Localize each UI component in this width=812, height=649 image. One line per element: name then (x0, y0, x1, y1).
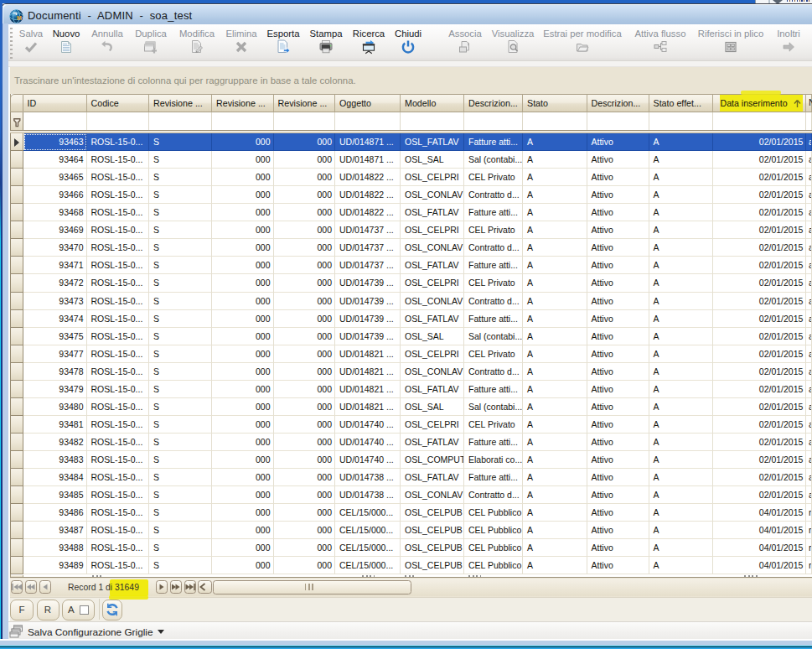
svg-text:M: M (17, 15, 22, 21)
